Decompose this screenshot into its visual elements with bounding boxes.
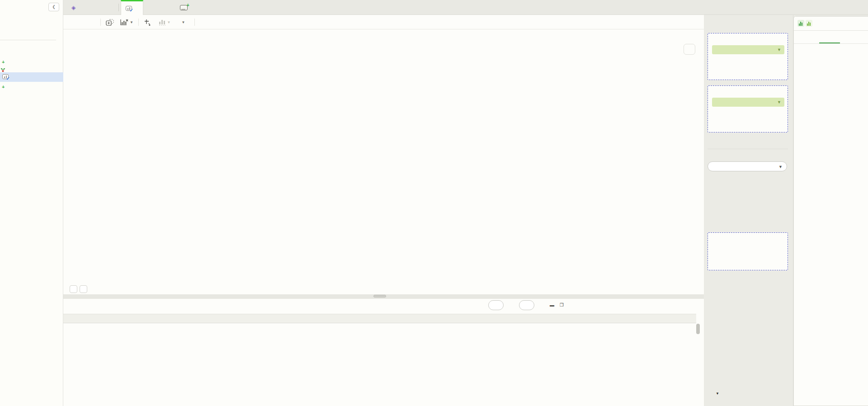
columns-shelf[interactable]: ▼ — [708, 33, 788, 80]
result-table-card: ▬ ❒ — [63, 299, 704, 406]
expand-table-icon[interactable]: ❒ — [560, 302, 564, 307]
line-chart-plot[interactable] — [105, 70, 691, 253]
left-sidebar: ❮ + ✓ + — [0, 0, 63, 406]
update-mode-control[interactable]: ▼ — [711, 390, 719, 396]
sidebar-new-chart-1[interactable]: + — [2, 59, 7, 65]
rows-shelf[interactable]: ▼ — [708, 85, 788, 132]
fields-divider — [794, 16, 868, 17]
columns-field-pill[interactable]: ▼ — [712, 45, 784, 54]
sidebar-item-visual-explorer[interactable]: ✓ — [0, 72, 63, 82]
swap-axes-button[interactable] — [142, 17, 154, 27]
plant-icon — [0, 67, 5, 72]
aggregate-button[interactable]: ▼ — [175, 17, 191, 27]
duplicate-chart-button[interactable] — [104, 17, 116, 27]
visual-explorer-app: ◈ ✓ + ▼ ▼ ▼ — [0, 0, 868, 406]
plus-icon: + — [2, 59, 5, 65]
remove-chart-button[interactable]: ▼ — [118, 17, 135, 27]
collapse-table-icon[interactable]: ▬ — [550, 302, 554, 307]
add-chart-page-icon: + — [180, 5, 188, 10]
mark-type-select[interactable]: ▼ — [708, 161, 787, 171]
select-caret-icon: ▼ — [778, 162, 783, 171]
tab-sample-workbook[interactable]: ◈ — [67, 0, 83, 15]
green-bars-icon — [797, 20, 804, 27]
tab-bar: ◈ ✓ + — [63, 0, 868, 15]
bar-style-button[interactable]: ▼ — [156, 17, 173, 27]
download-button[interactable] — [488, 300, 504, 310]
resize-handle[interactable] — [373, 295, 386, 297]
forward-button[interactable] — [84, 17, 95, 27]
collapse-sidebar-button[interactable]: ❮ — [48, 3, 59, 11]
sidebar-new-chart-2[interactable]: + — [2, 84, 7, 90]
add-page-tab[interactable]: + — [175, 0, 192, 15]
sort-descending-button[interactable] — [213, 17, 225, 27]
tab-visual-explorer[interactable]: ✓ — [121, 0, 143, 15]
chart-bubble-icon: ✓ — [126, 6, 132, 11]
back-button[interactable] — [70, 17, 80, 27]
table-scrollbar[interactable] — [696, 324, 700, 334]
tab-separator — [118, 4, 119, 11]
workbook-logo-icon — [797, 20, 812, 27]
sort-ascending-button[interactable] — [199, 17, 211, 27]
rows-field-pill[interactable]: ▼ — [712, 98, 784, 107]
chart-card — [63, 29, 704, 294]
workbook-diamond-icon: ◈ — [71, 5, 75, 11]
chart-bubble-icon: ✓ — [2, 74, 9, 79]
pill-caret-icon[interactable]: ▼ — [777, 98, 781, 107]
chart-toolbar: ▼ ▼ ▼ — [63, 15, 704, 29]
copy-button[interactable] — [519, 300, 534, 310]
filters-shelf[interactable] — [708, 232, 788, 270]
green-chart-icon — [806, 20, 812, 27]
zoom-out-button[interactable] — [70, 285, 77, 293]
zoom-in-button[interactable] — [80, 285, 87, 293]
encoding-rail: ▼ ▼ ▼ ▼ — [704, 15, 793, 406]
plus-icon: + — [2, 84, 5, 90]
chart-settings-gear-icon[interactable] — [684, 44, 695, 55]
fields-panel — [793, 16, 868, 406]
fields-panel-header — [794, 16, 868, 31]
table-header-row — [63, 314, 696, 323]
pill-caret-icon[interactable]: ▼ — [777, 45, 781, 54]
update-mode-caret-icon: ▼ — [716, 392, 719, 396]
